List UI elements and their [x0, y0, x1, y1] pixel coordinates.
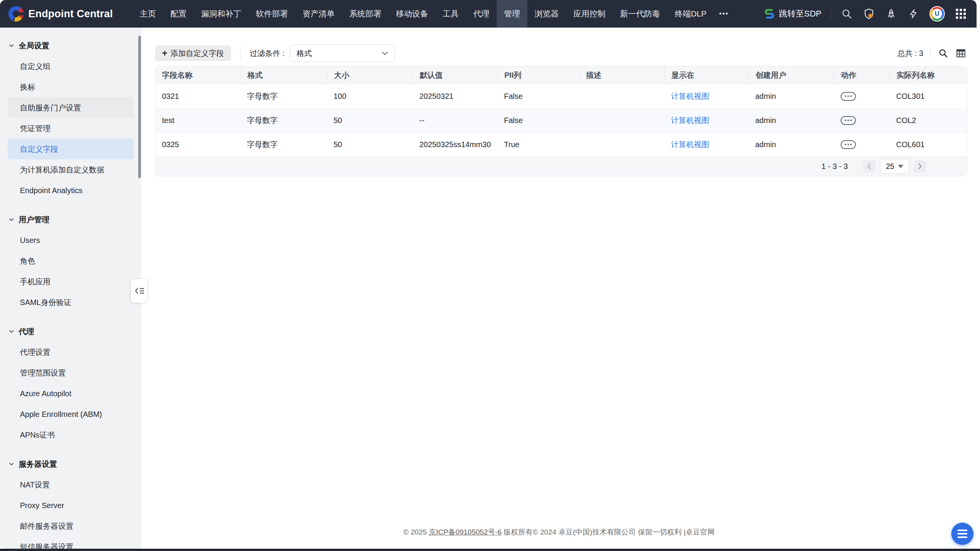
- cell-displayed-in-link[interactable]: 计算机视图: [664, 133, 749, 156]
- cell-actions: [834, 108, 890, 132]
- nav-item-software-deployment[interactable]: 软件部署: [249, 0, 295, 28]
- sidebar-item-azure-autopilot[interactable]: Azure Autopilot: [8, 383, 134, 404]
- sidebar-section-global-settings[interactable]: 全局设置: [0, 35, 141, 56]
- next-page-button[interactable]: [914, 160, 926, 172]
- column-header-format[interactable]: 格式: [241, 66, 327, 84]
- cell-size: 50: [327, 108, 413, 132]
- apps-grid-icon[interactable]: [954, 7, 967, 20]
- column-chooser-table-icon[interactable]: [955, 48, 967, 59]
- sidebar-item-apple-enrollment-abm[interactable]: Apple Enrollment (ABM): [8, 404, 134, 425]
- column-header-size[interactable]: 大小: [327, 66, 413, 84]
- nav-item-app-control[interactable]: 应用控制: [566, 0, 613, 28]
- sdp-logo-icon: [764, 8, 775, 20]
- sidebar-section-server-settings[interactable]: 服务器设置: [0, 454, 141, 474]
- nav-overflow-button[interactable]: •••: [714, 0, 734, 28]
- table-search-icon[interactable]: [937, 48, 949, 59]
- nav-item-next-gen-antivirus[interactable]: 新一代防毒: [613, 0, 668, 28]
- settings-sidebar: 全局设置 自定义组 换标 自助服务门户设置 凭证管理 自定义字段 为计算机添加自…: [0, 28, 141, 549]
- nav-item-home[interactable]: 主页: [133, 0, 163, 28]
- account-logo-icon[interactable]: U: [929, 6, 945, 22]
- column-header-default-value[interactable]: 默认值: [413, 66, 497, 84]
- pagination-range-label: 1 - 3 - 3: [821, 162, 848, 171]
- nav-item-browsers[interactable]: 浏览器: [527, 0, 566, 28]
- sidebar-item-agent-settings[interactable]: 代理设置: [8, 342, 134, 362]
- sidebar-section-user-management[interactable]: 用户管理: [0, 209, 141, 230]
- cell-field-name: 0325: [155, 133, 241, 156]
- sidebar-item-credential-manager[interactable]: 凭证管理: [8, 118, 134, 139]
- quick-actions-lightning-icon[interactable]: [907, 7, 920, 20]
- cell-displayed-in-link[interactable]: 计算机视图: [664, 108, 749, 132]
- cell-actions: [834, 133, 890, 156]
- cell-format: 字母数字: [241, 133, 327, 156]
- sidebar-item-endpoint-analytics[interactable]: Endpoint Analytics: [8, 180, 134, 201]
- sidebar-item-proxy-server[interactable]: Proxy Server: [8, 495, 134, 516]
- jump-to-sdp-link[interactable]: 跳转至SDP: [764, 8, 821, 20]
- footer-copyright: © 2025 京ICP备09105052号-6 版权所有© 2024 卓豆(中国…: [141, 527, 977, 537]
- sidebar-item-custom-data-for-computers[interactable]: 为计算机添加自定义数据: [8, 159, 134, 180]
- cell-format: 字母数字: [241, 108, 327, 132]
- column-header-actions[interactable]: 动作: [834, 66, 890, 84]
- cell-pii: False: [497, 84, 579, 108]
- cell-actual-column-name: COL2: [890, 108, 967, 132]
- table-header-row: 字段名称 格式 大小 默认值 PII列 描述 显示在 创建用户 动作 实际列名称: [155, 66, 967, 84]
- whats-new-rocket-icon[interactable]: [885, 7, 898, 20]
- cell-created-by: admin: [749, 108, 834, 132]
- cell-description: [579, 84, 664, 108]
- search-icon[interactable]: [840, 7, 853, 20]
- add-custom-field-button[interactable]: + 添加自定义字段: [155, 46, 231, 61]
- nav-item-admin[interactable]: 管理: [497, 0, 527, 28]
- sidebar-collapse-button[interactable]: [131, 279, 147, 303]
- chevron-down-icon: [9, 217, 14, 222]
- nav-item-mobile-devices[interactable]: 移动设备: [389, 0, 435, 28]
- nav-item-tools[interactable]: 工具: [435, 0, 466, 28]
- nav-item-threats-patches[interactable]: 漏洞和补丁: [194, 0, 249, 28]
- chevron-down-icon: [381, 51, 388, 56]
- toolbar-divider: [930, 49, 931, 58]
- column-header-description[interactable]: 描述: [579, 66, 664, 84]
- chevron-down-icon: [9, 329, 14, 334]
- icp-license-link[interactable]: 京ICP备09105052号-6: [429, 528, 502, 536]
- cell-created-by: admin: [749, 84, 834, 108]
- column-header-pii[interactable]: PII列: [497, 66, 579, 84]
- nav-item-inventory[interactable]: 资产清单: [295, 0, 342, 28]
- main-content: + 添加自定义字段 过滤条件 : 格式 总共 : 3 字段名称 格式: [141, 28, 977, 549]
- window-bottom-edge: [0, 549, 980, 551]
- column-header-displayed-in[interactable]: 显示在: [664, 66, 749, 84]
- previous-page-button[interactable]: [863, 160, 875, 172]
- sidebar-item-custom-groups[interactable]: 自定义组: [8, 56, 134, 77]
- column-header-created-by[interactable]: 创建用户: [749, 66, 834, 84]
- security-shield-icon[interactable]: [862, 7, 875, 20]
- brand: Endpoint Central: [0, 6, 133, 21]
- column-header-field-name[interactable]: 字段名称: [155, 66, 241, 84]
- caret-down-icon: [898, 165, 903, 168]
- nav-item-agent[interactable]: 代理: [466, 0, 497, 28]
- sidebar-scrollbar[interactable]: [138, 36, 141, 178]
- table-row: test 字母数字 50 -- False 计算机视图 admin COL2: [155, 108, 967, 132]
- sidebar-item-nat-settings[interactable]: NAT设置: [8, 474, 134, 495]
- row-actions-ellipsis-icon[interactable]: [841, 116, 856, 125]
- cell-format: 字母数字: [241, 84, 327, 108]
- nav-item-os-deployment[interactable]: 系统部署: [342, 0, 389, 28]
- nav-item-configurations[interactable]: 配置: [163, 0, 194, 28]
- floating-menu-button[interactable]: [951, 523, 973, 545]
- sidebar-item-apns-certificate[interactable]: APNs证书: [8, 425, 134, 445]
- page-size-dropdown[interactable]: 25: [880, 159, 909, 174]
- cell-pii: True: [497, 133, 579, 156]
- sidebar-item-mail-server-settings[interactable]: 邮件服务器设置: [8, 516, 134, 536]
- sidebar-section-agent[interactable]: 代理: [0, 321, 141, 342]
- row-actions-ellipsis-icon[interactable]: [841, 140, 856, 149]
- sidebar-item-rebranding[interactable]: 换标: [8, 77, 134, 97]
- nav-item-endpoint-dlp[interactable]: 终端DLP: [668, 0, 714, 28]
- sidebar-item-self-service-portal[interactable]: 自助服务门户设置: [8, 97, 134, 118]
- cell-displayed-in-link[interactable]: 计算机视图: [664, 84, 749, 108]
- column-header-actual-column-name[interactable]: 实际列名称: [890, 66, 967, 84]
- sidebar-item-sms-server-settings[interactable]: 短信服务器设置: [8, 536, 134, 549]
- sidebar-item-mobile-app[interactable]: 手机应用: [8, 271, 134, 292]
- sidebar-item-roles[interactable]: 角色: [8, 251, 134, 271]
- sidebar-item-custom-fields[interactable]: 自定义字段: [8, 139, 134, 159]
- row-actions-ellipsis-icon[interactable]: [841, 92, 856, 101]
- sidebar-item-saml-authentication[interactable]: SAML身份验证: [8, 292, 134, 313]
- filter-dropdown[interactable]: 格式: [290, 44, 395, 62]
- sidebar-item-scope-of-management[interactable]: 管理范围设置: [8, 362, 134, 383]
- sidebar-item-users[interactable]: Users: [8, 230, 134, 251]
